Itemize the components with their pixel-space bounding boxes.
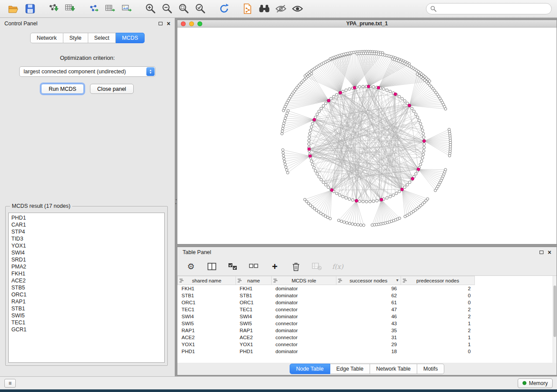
cell-shared[interactable]: RAP1	[178, 327, 236, 334]
column-menu-icon[interactable]	[338, 279, 343, 284]
table-row[interactable]: ORC1ORC1dominator610	[178, 299, 550, 306]
mcds-result-item[interactable]: ACE2	[11, 277, 164, 284]
cell-role[interactable]: dominator	[272, 285, 336, 292]
column-menu-icon[interactable]	[238, 279, 242, 284]
mcds-result-item[interactable]: STB5	[11, 284, 164, 291]
cell-role[interactable]: dominator	[272, 327, 336, 334]
select-all-button[interactable]	[227, 261, 239, 272]
table-row[interactable]: PHD1PHD1dominator180	[178, 348, 550, 355]
cell-role[interactable]: dominator	[272, 313, 336, 320]
cell-succ[interactable]: 61	[336, 299, 401, 306]
mcds-result-item[interactable]: SRD1	[11, 256, 164, 263]
mcds-result-item[interactable]: STB1	[11, 305, 164, 312]
column-header-succ[interactable]: successor nodes▾	[336, 276, 401, 285]
zoom-in-button[interactable]	[142, 1, 159, 16]
cell-name[interactable]: FKH1	[236, 285, 272, 292]
table-row[interactable]: RAP1RAP1dominator352	[178, 327, 550, 334]
export-network-button[interactable]	[86, 1, 102, 16]
float-panel-icon[interactable]	[159, 22, 163, 25]
table-close-icon[interactable]: ×	[548, 250, 551, 254]
cell-pred[interactable]: 1	[401, 334, 475, 341]
table-float-icon[interactable]	[540, 251, 543, 254]
mcds-result-list[interactable]: PHD1CAR1STP4TID3YOX1SWI4SRD1PMA2FKH1ACE2…	[8, 213, 165, 363]
memory-button[interactable]: Memory	[518, 378, 553, 388]
cell-succ[interactable]: 96	[336, 285, 401, 292]
table-tab-network-table[interactable]: Network Table	[370, 364, 417, 374]
cell-shared[interactable]: TEC1	[178, 306, 236, 313]
cell-pred[interactable]: 2	[401, 306, 475, 313]
mcds-result-item[interactable]: SWI4	[11, 249, 164, 256]
refresh-view-button[interactable]	[216, 1, 232, 16]
cell-name[interactable]: RAP1	[236, 327, 272, 334]
table-row[interactable]: SWI4SWI4dominator462	[178, 313, 550, 320]
cell-name[interactable]: TEC1	[236, 306, 272, 313]
mcds-result-item[interactable]: FKH1	[11, 270, 164, 277]
cell-succ[interactable]: 18	[336, 348, 401, 355]
column-header-name[interactable]: name	[236, 276, 272, 285]
cell-pred[interactable]: 2	[401, 327, 475, 334]
cell-role[interactable]: connector	[272, 306, 336, 313]
tab-style[interactable]: Style	[63, 33, 88, 43]
mcds-result-item[interactable]: STP4	[11, 228, 164, 235]
column-menu-icon[interactable]	[180, 279, 184, 284]
cell-succ[interactable]: 31	[336, 334, 401, 341]
cell-name[interactable]: SWI5	[236, 320, 272, 327]
network-canvas[interactable]	[177, 28, 557, 244]
cell-name[interactable]: SWI4	[236, 313, 272, 320]
cell-succ[interactable]: 46	[336, 313, 401, 320]
export-image-button[interactable]	[119, 1, 135, 16]
mcds-result-item[interactable]: PHD1	[11, 214, 164, 221]
mcds-result-item[interactable]: ORC1	[11, 291, 164, 298]
cell-shared[interactable]: PHD1	[178, 348, 236, 355]
delete-column-button[interactable]	[290, 261, 301, 272]
tab-network[interactable]: Network	[30, 33, 63, 43]
cell-pred[interactable]: 2	[401, 285, 475, 292]
table-row[interactable]: FKH1FKH1dominator962	[178, 285, 550, 292]
cell-pred[interactable]: 1	[401, 341, 475, 348]
table-row[interactable]: SWI5SWI5connector431	[178, 320, 550, 327]
column-menu-icon[interactable]	[403, 279, 408, 284]
split-columns-button[interactable]	[206, 261, 218, 272]
table-tab-motifs[interactable]: Motifs	[417, 364, 444, 374]
table-scrollbar-thumb[interactable]	[554, 285, 556, 337]
cell-name[interactable]: ACE2	[236, 334, 272, 341]
cell-succ[interactable]: 47	[336, 306, 401, 313]
cell-name[interactable]: PHD1	[236, 348, 272, 355]
add-column-button[interactable]: +	[269, 261, 280, 272]
optimization-dropdown[interactable]: largest connected component (undirected)…	[19, 66, 156, 77]
cell-pred[interactable]: 2	[401, 313, 475, 320]
task-history-button[interactable]: ≡	[4, 379, 16, 388]
search-objects-button[interactable]	[256, 1, 273, 16]
save-session-button[interactable]	[22, 1, 38, 16]
cell-succ[interactable]: 43	[336, 320, 401, 327]
cell-shared[interactable]: ORC1	[178, 299, 236, 306]
table-row[interactable]: YOX1YOX1connector291	[178, 341, 550, 348]
close-panel-icon[interactable]: ×	[167, 21, 170, 26]
cell-succ[interactable]: 62	[336, 292, 401, 299]
zoom-fit-button[interactable]	[176, 1, 192, 16]
cell-succ[interactable]: 35	[336, 327, 401, 334]
cell-name[interactable]: ORC1	[236, 299, 272, 306]
table-scrollbar[interactable]	[553, 276, 557, 363]
cell-role[interactable]: dominator	[272, 299, 336, 306]
cell-role[interactable]: connector	[272, 334, 336, 341]
mcds-result-item[interactable]: YOX1	[11, 242, 164, 249]
column-header-pred[interactable]: predecessor nodes	[401, 276, 475, 285]
cell-shared[interactable]: SWI5	[178, 320, 236, 327]
cell-pred[interactable]: 1	[401, 320, 475, 327]
cell-shared[interactable]: SWI4	[178, 313, 236, 320]
close-panel-button[interactable]: Close panel	[90, 84, 134, 94]
cell-role[interactable]: connector	[272, 341, 336, 348]
mcds-result-item[interactable]: RAP1	[11, 298, 164, 305]
cell-role[interactable]: connector	[272, 320, 336, 327]
column-header-shared[interactable]: shared name	[178, 276, 236, 285]
cell-role[interactable]: dominator	[272, 292, 336, 299]
mcds-result-item[interactable]: GCR1	[11, 326, 164, 333]
import-table-button[interactable]	[62, 1, 79, 16]
cell-pred[interactable]: 0	[401, 348, 475, 355]
show-all-button[interactable]	[289, 1, 306, 16]
mcds-result-item[interactable]: TID3	[11, 235, 164, 242]
import-network-button[interactable]	[45, 1, 62, 16]
zoom-selected-button[interactable]	[192, 1, 209, 16]
table-tab-edge-table[interactable]: Edge Table	[330, 364, 370, 374]
